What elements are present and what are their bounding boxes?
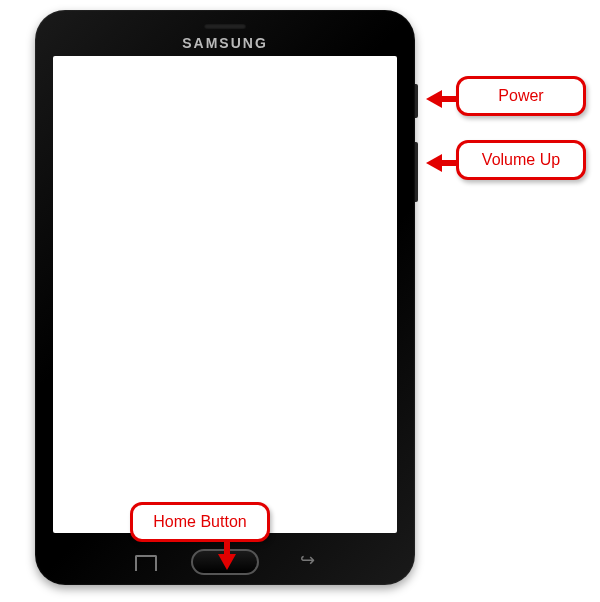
tablet-screen[interactable]	[53, 56, 397, 533]
callout-volume-up: Volume Up	[456, 140, 586, 180]
speaker-grille	[204, 24, 246, 29]
brand-logo: SAMSUNG	[35, 35, 415, 51]
arrow-down-icon	[218, 554, 236, 570]
recent-apps-button[interactable]	[135, 555, 157, 571]
callout-home-label: Home Button	[153, 513, 246, 530]
callout-power-label: Power	[498, 87, 543, 104]
arrow-left-icon	[426, 90, 442, 108]
callout-volume-label: Volume Up	[482, 151, 560, 168]
back-button[interactable]: ↪	[300, 549, 315, 571]
callout-power: Power	[456, 76, 586, 116]
arrow-left-icon	[426, 154, 442, 172]
callout-home-button: Home Button	[130, 502, 270, 542]
tablet-device: SAMSUNG ↪	[35, 10, 415, 585]
